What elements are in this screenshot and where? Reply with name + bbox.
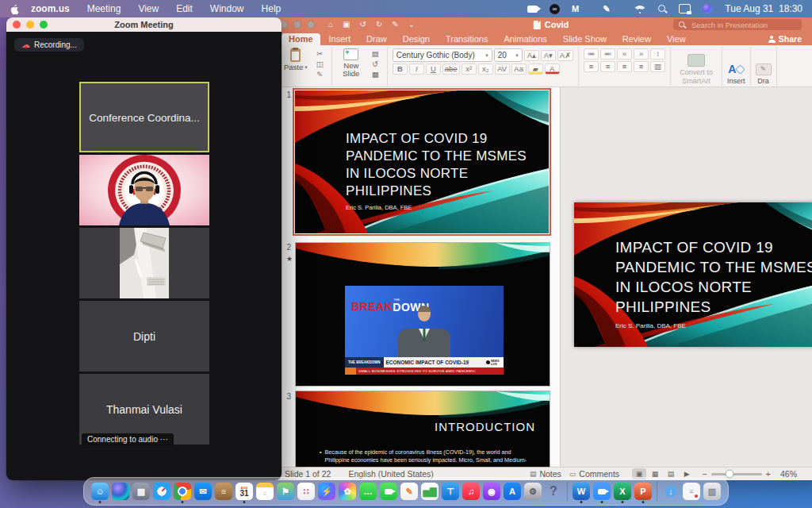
customize-toolbar-icon[interactable]: ⌄: [408, 21, 415, 29]
tab-animations[interactable]: Animations: [496, 33, 553, 45]
draw-icon[interactable]: ✎: [392, 21, 398, 29]
superscript-button[interactable]: x²: [462, 64, 477, 75]
screen-record-icon[interactable]: [527, 6, 538, 13]
fullscreen-button[interactable]: [307, 21, 315, 29]
main-slide-title[interactable]: PANDEMIC TO THE MSMES: [615, 257, 812, 277]
embedded-news-video[interactable]: BREAK THE DOWN THE BREAKDOWN ECONOMIC: [345, 286, 504, 375]
menu-item-view[interactable]: View: [138, 3, 159, 14]
dock-excel[interactable]: X: [614, 483, 631, 500]
format-painter-button[interactable]: ✎: [313, 70, 327, 79]
tab-slide-show[interactable]: Slide Show: [556, 33, 614, 45]
minimize-button[interactable]: [293, 21, 301, 29]
tab-transitions[interactable]: Transitions: [439, 33, 495, 45]
dock-reminders[interactable]: ∷: [297, 483, 315, 500]
underline-button[interactable]: U: [426, 64, 441, 75]
bold-button[interactable]: B: [393, 64, 408, 75]
tab-home[interactable]: Home: [282, 33, 320, 45]
undo-icon[interactable]: ↺: [360, 21, 366, 29]
slide-2-thumbnail[interactable]: BREAK THE DOWN THE BREAKDOWN ECONOMIC: [295, 242, 550, 387]
main-slide-subtitle[interactable]: Eric S. Parilla, DBA, FBE: [615, 322, 812, 329]
menu-item-meeting[interactable]: Meeting: [87, 3, 121, 14]
main-slide-title[interactable]: IN ILOCOS NORTE: [615, 277, 812, 297]
malwarebytes-icon[interactable]: M: [572, 4, 579, 13]
tab-view[interactable]: View: [660, 33, 693, 45]
dock-document-stack[interactable]: ≡: [683, 483, 700, 500]
dock-safari[interactable]: [153, 483, 170, 500]
slide-1-thumbnail[interactable]: IMPACT OF COVID 19 PANDEMIC TO THE MSMES…: [293, 88, 551, 236]
slide-3-thumbnail[interactable]: INTRODUCTION • Because of the epidemic o…: [295, 391, 550, 468]
drawing-button[interactable]: ✎ Dra: [751, 47, 777, 86]
character-spacing-button[interactable]: AV: [495, 64, 510, 75]
assistant-icon[interactable]: [703, 4, 712, 13]
minimize-button[interactable]: [26, 21, 34, 29]
align-left-button[interactable]: ≡: [584, 61, 599, 72]
adobe-cc-icon[interactable]: ∞: [550, 4, 560, 14]
display-mirroring-icon[interactable]: [679, 4, 691, 13]
dock-contacts[interactable]: ≡: [215, 483, 232, 500]
dock-app-store[interactable]: A: [504, 483, 521, 500]
participant-tile-video[interactable]: [79, 155, 209, 225]
slide-editing-canvas[interactable]: IMPACT OF COVID 19 PANDEMIC TO THE MSMES…: [561, 87, 812, 467]
dock-numbers[interactable]: ▅▇: [421, 483, 439, 500]
section-button[interactable]: ▦: [369, 70, 382, 79]
font-color-button[interactable]: A: [545, 64, 560, 75]
menu-item-zoom-us[interactable]: zoom.us: [31, 3, 70, 14]
convert-to-smartart-button[interactable]: Convert to SmartArt: [671, 47, 722, 86]
copy-button[interactable]: ◫: [313, 60, 327, 69]
participant-tile-video[interactable]: [79, 228, 209, 298]
strikethrough-button[interactable]: abe: [442, 64, 460, 75]
main-slide-title[interactable]: IMPACT OF COVID 19: [615, 237, 812, 257]
menu-item-edit[interactable]: Edit: [176, 3, 193, 14]
cut-button[interactable]: ✂: [313, 49, 327, 59]
menu-item-help[interactable]: Help: [262, 3, 282, 14]
main-slide-title[interactable]: PHILIPPINES: [615, 297, 812, 317]
dock-powerpoint[interactable]: P: [634, 483, 652, 500]
search-field[interactable]: [673, 19, 802, 30]
align-center-button[interactable]: ≡: [600, 61, 615, 72]
grow-font-button[interactable]: A▴: [524, 50, 539, 61]
close-button[interactable]: [13, 21, 21, 29]
powerpoint-titlebar[interactable]: ⌂▣↺↻✎⌄ Covid: [274, 17, 812, 32]
reset-slide-button[interactable]: ↺: [369, 60, 382, 69]
columns-button[interactable]: ▥: [650, 61, 665, 72]
dock-music[interactable]: ♫: [462, 483, 480, 500]
dock-photos[interactable]: ✿: [339, 483, 356, 500]
spotlight-icon[interactable]: [657, 4, 667, 13]
menu-item-window[interactable]: Window: [210, 3, 244, 14]
redo-icon[interactable]: ↻: [376, 21, 382, 29]
zoom-slider-knob[interactable]: [725, 470, 733, 479]
menu-bar-clock[interactable]: Tue Aug 31 18:30: [725, 3, 802, 14]
dock-word[interactable]: W: [573, 483, 590, 500]
shrink-font-button[interactable]: A▾: [541, 50, 556, 61]
font-size-select[interactable]: 20▾: [494, 48, 523, 62]
home-icon[interactable]: ⌂: [328, 21, 333, 29]
zoom-slider[interactable]: [711, 473, 762, 475]
bullets-button[interactable]: ≔: [584, 48, 599, 60]
share-button[interactable]: Share: [768, 34, 802, 44]
dock-chrome[interactable]: [174, 483, 191, 500]
tab-draw[interactable]: Draw: [359, 33, 394, 45]
justify-button[interactable]: ≡: [634, 61, 649, 72]
increase-indent-button[interactable]: »: [634, 48, 649, 60]
participant-tile[interactable]: Dipti: [79, 301, 209, 371]
dock-system-preferences[interactable]: ⚙: [524, 483, 542, 500]
paste-button[interactable]: Paste▾: [282, 48, 310, 72]
dock-messenger[interactable]: ⚡: [318, 483, 335, 500]
zoom-titlebar[interactable]: Zoom Meeting: [6, 17, 282, 32]
clear-formatting-button[interactable]: A✗: [557, 50, 573, 61]
dock-maps[interactable]: ⚑: [277, 483, 294, 500]
pen-icon[interactable]: ✎: [603, 4, 610, 14]
apple-menu[interactable]: [10, 3, 20, 15]
new-slide-button[interactable]: New Slide: [337, 48, 366, 79]
dock-facetime[interactable]: [380, 483, 397, 500]
decrease-indent-button[interactable]: «: [617, 48, 632, 60]
italic-button[interactable]: I: [409, 64, 424, 75]
subscript-button[interactable]: x₂: [478, 64, 493, 75]
main-slide[interactable]: IMPACT OF COVID 19 PANDEMIC TO THE MSMES…: [574, 202, 812, 347]
dock-pages[interactable]: ✎: [400, 483, 418, 500]
insert-text-button[interactable]: A Insert: [722, 47, 751, 86]
dock-trash[interactable]: ▥: [703, 483, 721, 500]
fullscreen-button[interactable]: [40, 21, 48, 29]
line-spacing-button[interactable]: ↕: [650, 48, 665, 60]
dock-mail[interactable]: ✉: [194, 483, 212, 500]
